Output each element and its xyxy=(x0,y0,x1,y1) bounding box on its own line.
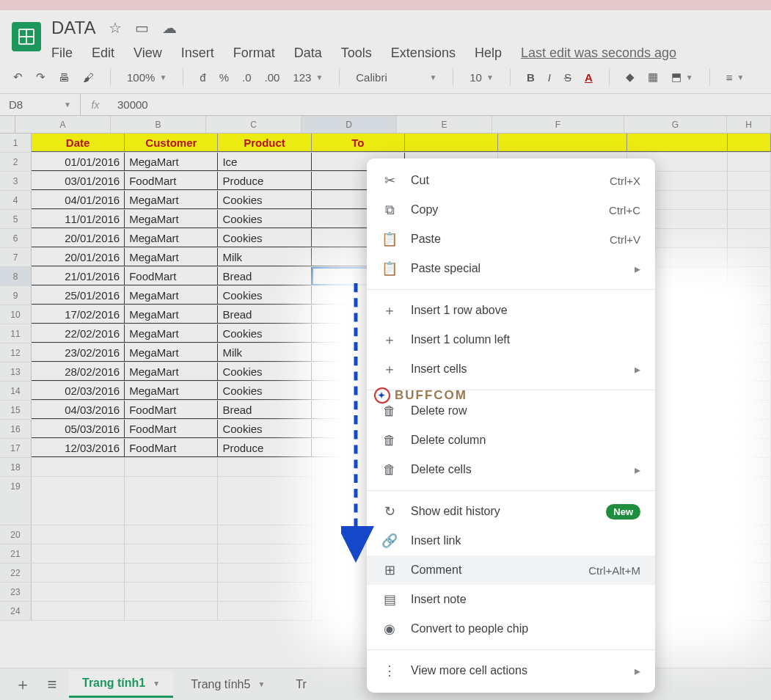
row-header[interactable]: 3 xyxy=(0,172,32,190)
cell[interactable]: 11/01/2016 xyxy=(32,210,125,228)
cell[interactable]: Bread xyxy=(218,267,311,285)
cell[interactable]: 25/01/2016 xyxy=(32,286,125,305)
cell[interactable]: MegaMart xyxy=(125,191,218,209)
ctx-delete-column[interactable]: 🗑Delete column xyxy=(367,426,655,455)
name-box[interactable]: D8▼ xyxy=(0,94,81,115)
select-all-corner[interactable] xyxy=(0,116,15,133)
row-header[interactable]: 14 xyxy=(0,382,32,400)
ctx-cut[interactable]: ✂CutCtrl+X xyxy=(367,166,655,195)
cell[interactable]: Bread xyxy=(218,401,311,419)
cell[interactable]: FoodMart xyxy=(125,401,218,419)
cell[interactable]: MegaMart xyxy=(125,286,218,305)
ctx-comment[interactable]: ⊞CommentCtrl+Alt+M xyxy=(367,555,655,585)
cell[interactable]: Ice xyxy=(218,153,311,171)
borders-button[interactable]: ▦ xyxy=(648,70,658,84)
row-header[interactable]: 20 xyxy=(0,525,32,544)
ctx-insert-note[interactable]: ▤Insert note xyxy=(367,585,655,614)
row-header[interactable]: 9 xyxy=(0,286,32,305)
ctx-convert-people-chip[interactable]: ◉Convert to people chip xyxy=(367,614,655,644)
cell[interactable]: Cookies xyxy=(218,210,311,228)
cell[interactable]: Milk xyxy=(218,248,311,266)
ctx-paste[interactable]: 📋PasteCtrl+V xyxy=(367,225,655,254)
col-header-d[interactable]: D xyxy=(302,116,397,133)
fill-color-button[interactable]: ◆ xyxy=(626,70,635,84)
menu-view[interactable]: View xyxy=(134,45,162,61)
row-header[interactable]: 7 xyxy=(0,248,32,266)
number-format-dropdown[interactable]: 123▼ xyxy=(293,71,323,84)
cell[interactable]: MegaMart xyxy=(125,362,218,381)
cell[interactable]: Cookies xyxy=(218,362,311,381)
horizontal-align-button[interactable]: ≡▼ xyxy=(726,71,745,84)
cell[interactable]: 23/02/2016 xyxy=(32,343,125,362)
ctx-view-more[interactable]: ⋮View more cell actions▸ xyxy=(367,656,655,685)
cell[interactable]: 04/01/2016 xyxy=(32,191,125,209)
cell[interactable]: Cookies xyxy=(218,229,311,247)
menu-extensions[interactable]: Extensions xyxy=(391,45,456,61)
col-header-c[interactable]: C xyxy=(206,116,302,133)
ctx-show-edit-history[interactable]: ↻Show edit historyNew xyxy=(367,497,655,526)
sheet-tab-1[interactable]: Trang tính1▼ xyxy=(69,671,173,698)
col-header-a[interactable]: A xyxy=(15,116,111,133)
menu-insert[interactable]: Insert xyxy=(181,45,214,61)
cell[interactable]: MegaMart xyxy=(125,343,218,362)
col-header-h[interactable]: H xyxy=(727,116,771,133)
cell[interactable]: 21/01/2016 xyxy=(32,267,125,285)
decrease-decimal-button[interactable]: .0 xyxy=(242,71,252,84)
sheet-tab-3[interactable]: Tr xyxy=(282,672,320,697)
all-sheets-button[interactable]: ≡ xyxy=(40,672,65,697)
cell[interactable]: Produce xyxy=(218,439,311,457)
formula-bar[interactable]: 30000 xyxy=(110,98,771,111)
row-header[interactable]: 24 xyxy=(0,602,32,620)
sheets-logo[interactable] xyxy=(12,22,41,51)
ctx-delete-cells[interactable]: 🗑Delete cells▸ xyxy=(367,455,655,484)
cell[interactable]: FoodMart xyxy=(125,439,218,457)
cell[interactable]: MegaMart xyxy=(125,248,218,266)
cell[interactable]: FoodMart xyxy=(125,172,218,190)
strike-button[interactable]: S xyxy=(564,71,571,84)
add-sheet-button[interactable]: ＋ xyxy=(10,672,35,697)
col-header-f[interactable]: F xyxy=(492,116,624,133)
cell[interactable]: Cookies xyxy=(218,420,311,438)
paint-format-icon[interactable]: 🖌 xyxy=(83,71,94,84)
move-folder-icon[interactable]: ▭ xyxy=(135,19,149,37)
row-header[interactable]: 11 xyxy=(0,324,32,343)
text-color-button[interactable]: A xyxy=(585,71,593,84)
star-icon[interactable]: ☆ xyxy=(109,19,122,37)
cell[interactable]: Cookies xyxy=(218,286,311,305)
font-size-dropdown[interactable]: 10▼ xyxy=(469,71,494,84)
menu-tools[interactable]: Tools xyxy=(341,45,372,61)
row-header[interactable]: 22 xyxy=(0,564,32,582)
ctx-insert-link[interactable]: 🔗Insert link xyxy=(367,526,655,555)
redo-icon[interactable]: ↷ xyxy=(36,70,45,84)
cell[interactable]: FoodMart xyxy=(125,420,218,438)
row-header[interactable]: 5 xyxy=(0,210,32,228)
cell[interactable]: 20/01/2016 xyxy=(32,229,125,247)
undo-icon[interactable]: ↶ xyxy=(13,70,23,84)
row-header[interactable]: 16 xyxy=(0,420,32,438)
row-header[interactable]: 18 xyxy=(0,458,32,476)
row-header[interactable]: 17 xyxy=(0,439,32,457)
row-header[interactable]: 15 xyxy=(0,401,32,419)
cell[interactable]: Cookies xyxy=(218,382,311,400)
ctx-insert-column-left[interactable]: ＋Insert 1 column left xyxy=(367,325,655,354)
ctx-insert-row-above[interactable]: ＋Insert 1 row above xyxy=(367,296,655,325)
header-product[interactable]: Product xyxy=(218,134,311,152)
increase-decimal-button[interactable]: .00 xyxy=(264,71,279,84)
menu-file[interactable]: File xyxy=(51,45,73,61)
cell[interactable]: 22/02/2016 xyxy=(32,324,125,343)
cell[interactable]: MegaMart xyxy=(125,153,218,171)
cell[interactable]: MegaMart xyxy=(125,229,218,247)
header-customer[interactable]: Customer xyxy=(125,134,218,152)
cell[interactable]: Cookies xyxy=(218,191,311,209)
col-header-b[interactable]: B xyxy=(111,116,206,133)
italic-button[interactable]: I xyxy=(548,71,551,84)
bold-button[interactable]: B xyxy=(527,71,535,84)
cell[interactable]: 03/01/2016 xyxy=(32,172,125,190)
merge-cells-button[interactable]: ⬒▼ xyxy=(671,70,693,84)
row-header[interactable]: 1 xyxy=(0,134,32,152)
row-header[interactable]: 23 xyxy=(0,583,32,601)
row-header[interactable]: 10 xyxy=(0,305,32,324)
menu-edit[interactable]: Edit xyxy=(92,45,114,61)
font-family-dropdown[interactable]: Calibri▼ xyxy=(356,71,436,84)
cell[interactable]: 05/03/2016 xyxy=(32,420,125,438)
